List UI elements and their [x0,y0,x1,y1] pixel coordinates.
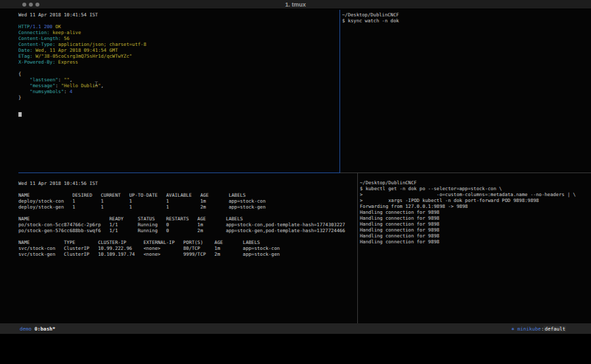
mouse-ibeam-cursor-icon: ⌶ [95,81,98,87]
text-segment: "lastseen" [30,77,58,83]
terminal-line: Content-Type: application/json; charset=… [18,41,339,47]
terminal-line: Connection: keep-alive [18,30,339,35]
text-segment: Connection: [18,30,50,35]
terminal-line [18,186,357,192]
text-segment: X-Powered-By: [18,59,55,65]
terminal-line: ETag: W/"38-05coCsrg3mQ7SsHr1d/qcWTwYZc" [18,53,339,59]
pane-divider-vertical-bottom[interactable] [357,173,358,323]
terminal-line: Handling connection for 9898 [360,209,591,215]
text-segment: "numsymbols" [30,89,64,94]
text-segment [18,83,30,89]
text-segment: , [101,83,104,89]
terminal-line: po/stock-gen-576cc688bb-swqf6 1/1 Runnin… [18,228,357,233]
text-segment: ETag: [18,53,33,59]
text-segment: /1.1 200 [30,24,53,30]
tmux-status-bar: demo 0:bash* ⎈ minikube:default [0,323,591,334]
terminal-line: "numsymbols": 4 [18,89,339,94]
window-title: 1. tmux [0,0,591,9]
terminal-line: $ kubectl get -n dok po --selector=app=s… [360,186,591,192]
status-left: demo 0:bash* [20,326,55,332]
pane-ksync[interactable]: ~/Desktop/DublinCNCF$ ksync watch -n dok [340,10,591,172]
maximize-button[interactable] [35,3,39,7]
terminal-line: $ ksync watch -n dok [342,18,591,24]
active-window-label[interactable]: 0:bash* [35,326,56,332]
text-segment: Content-Length: [18,35,61,41]
text-segment: { [18,71,21,77]
text-segment: 4 [70,89,72,94]
terminal-line: Handling connection for 9898 [360,233,591,239]
text-segment: : [64,89,70,94]
terminal-line: svc/stock-con ClusterIP 10.99.222.96 <no… [18,245,357,251]
text-segment [18,89,30,94]
text-segment: OK [53,24,61,30]
terminal-line: > -o=custom-columns=:metadata.name --no-… [360,192,591,197]
session-name: demo [20,326,32,332]
text-segment: Content-Type: [18,41,55,47]
text-segment: 56 [61,35,70,41]
terminal-line: Handling connection for 9898 [360,227,591,233]
text-segment: Wed, 11 Apr 2018 09:41:54 GMT [33,47,118,53]
terminal-line: Handling connection for 9898 [360,221,591,227]
close-button[interactable] [22,3,26,7]
terminal-line: Date: Wed, 11 Apr 2018 09:41:54 GMT [18,47,339,53]
terminal-line: ~/Desktop/DublinCNCF [342,12,591,18]
terminal-line: "lastseen": "", [18,77,339,83]
text-segment: "message" [30,83,55,89]
pane-divider-horizontal-left[interactable] [18,172,340,173]
text-segment [18,77,30,83]
text-segment: : [55,83,61,89]
status-right: ⎈ minikube:default [512,326,566,332]
traffic-lights [22,3,39,7]
terminal-line: deploy/stock-con 1 1 1 1 1m app=stock-co… [18,198,357,204]
terminal-line: NAME READY STATUS RESTARTS AGE LABELS [18,216,357,222]
terminal-line: po/stock-con-5cc874766c-2p6rp 1/1 Runnin… [18,222,357,228]
pane-divider-horizontal-right[interactable] [340,172,591,173]
terminal-line: Wed 11 Apr 2018 10:41:56 IST [18,180,357,186]
block-cursor [18,112,22,117]
pane-divider-vertical-top[interactable] [339,10,340,173]
text-segment: "" [64,77,70,83]
terminal-line [18,65,339,71]
terminal-line: NAME TYPE CLUSTER-IP EXTERNAL-IP PORT(S)… [18,239,357,245]
text-segment: application/json; charset=utf-8 [55,41,146,47]
terminal-line [18,106,339,112]
terminal-line [18,100,339,106]
terminal-line: } [18,94,339,100]
terminal-line: Handling connection for 9898 [360,215,591,221]
terminal-line [18,210,357,216]
terminal-line [18,233,357,239]
terminal-line: deploy/stock-gen 1 1 1 1 2m app=stock-ge… [18,204,357,210]
terminal-line: "message": "Hello Dublin", [18,83,339,89]
terminal-line: Wed 11 Apr 2018 10:41:54 IST [18,12,339,18]
terminal-line: Handling connection for 9898 [360,239,591,245]
minimize-button[interactable] [29,3,33,7]
pane-http-response[interactable]: Wed 11 Apr 2018 10:41:54 ISTHTTP/1.1 200… [0,10,339,172]
kubernetes-helm-icon: ⎈ [512,326,517,332]
screen: { "window": { "title": "1. tmux" }, "col… [0,0,591,364]
pane-port-forward[interactable]: ~/Desktop/DublinCNCF$ kubectl get -n dok… [358,173,591,323]
terminal-line [18,18,339,24]
terminal-line: { [18,71,339,77]
text-segment: : [58,77,64,83]
kube-namespace: default [544,326,566,332]
terminal-line: Forwarding from 127.0.0.1:9898 -> 9898 [360,203,591,209]
terminal-window: 1. tmux Wed 11 Apr 2018 10:41:54 ISTHTTP… [0,0,591,334]
text-segment: HTTP [18,24,30,30]
pane-kubectl-resources[interactable]: Wed 11 Apr 2018 10:41:56 ISTNAME DESIRED… [0,173,357,323]
text-segment: Express [55,59,78,65]
text-segment: , [70,77,72,83]
terminal-line [18,112,339,118]
terminal-line: svc/stock-gen ClusterIP 10.109.197.74 <n… [18,251,357,257]
text-segment: Wed 11 Apr 2018 10:41:54 IST [18,12,98,18]
kube-context: minikube [517,326,541,332]
terminal-line: > xargs -IPOD kubectl -n dok port-forwar… [360,197,591,203]
terminal-line: X-Powered-By: Express [18,59,339,65]
titlebar: 1. tmux [0,0,591,9]
terminal-line: HTTP/1.1 200 OK [18,24,339,30]
terminal-line: ~/Desktop/DublinCNCF [360,180,591,186]
text-segment: W/"38-05coCsrg3mQ7SsHr1d/qcWTwYZc" [33,53,132,59]
text-segment: } [18,94,21,100]
text-segment: keep-alive [50,30,81,35]
tmux-terminal: Wed 11 Apr 2018 10:41:54 ISTHTTP/1.1 200… [0,10,591,323]
terminal-line: NAME DESIRED CURRENT UP-TO-DATE AVAILABL… [18,192,357,198]
